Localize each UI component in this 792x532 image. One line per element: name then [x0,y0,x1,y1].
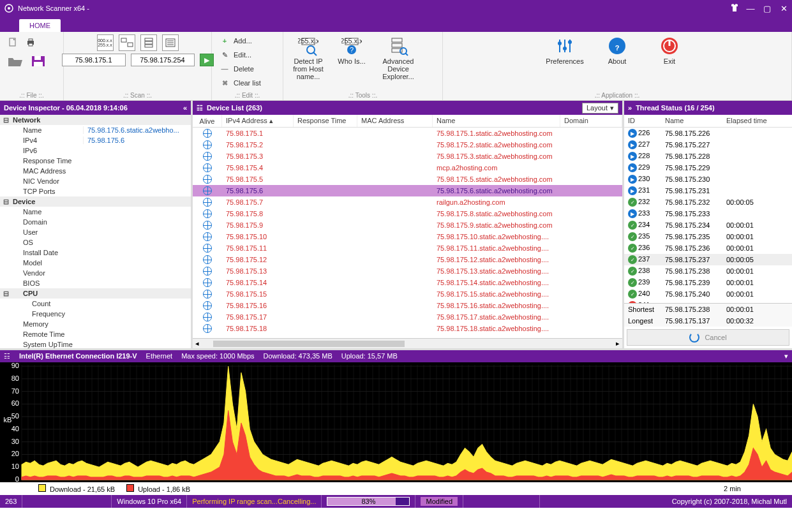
inspector-row[interactable]: Name75.98.175.6.static.a2webho... [0,125,191,135]
ip-to-input[interactable] [131,54,195,66]
whois-button[interactable]: 255.x.x? Who Is... [332,34,371,66]
thread-expand-icon[interactable]: » [628,104,632,112]
device-row[interactable]: 75.98.175.1775.98.175.17.static.a2webhos… [193,311,622,323]
add-button[interactable]: +Add... [217,34,264,47]
inspector-row[interactable]: Remote Time [0,329,191,339]
preferences-button[interactable]: Preferences [545,34,585,66]
device-row[interactable]: 75.98.175.7railgun.a2hosting.com [193,196,622,208]
thread-row[interactable]: ▶22875.98.175.228 [624,151,792,162]
inspector-row[interactable]: Memory [0,319,191,329]
device-row[interactable]: 75.98.175.1175.98.175.11.static.a2webhos… [193,242,622,254]
save-icon[interactable] [31,55,46,69]
inspector-row[interactable]: OS [0,237,191,248]
ts-col-id[interactable]: ID [624,115,661,127]
device-row[interactable]: 75.98.175.875.98.175.8.static.a2webhosti… [193,208,622,219]
thread-row[interactable]: ✓24075.98.175.24000:00:01 [624,288,792,300]
ip-mask-icon[interactable]: 000.x.x255.x.x [97,34,114,51]
ts-col-name[interactable]: Name [661,115,722,127]
device-row[interactable]: 75.98.175.575.98.175.5.static.a2webhosti… [193,174,622,185]
thread-row[interactable]: ▶23075.98.175.230 [624,174,792,185]
device-row[interactable]: 75.98.175.275.98.175.2.static.a2webhosti… [193,139,622,151]
col-ip[interactable]: IPv4 Address ▴ [222,115,294,127]
device-row[interactable]: 75.98.175.375.98.175.3.static.a2webhosti… [193,151,622,162]
inspector-row[interactable]: Frequency [0,309,191,319]
col-mac[interactable]: MAC Address [357,115,433,127]
thread-row[interactable]: ▶23375.98.175.233 [624,208,792,219]
device-row[interactable]: 75.98.175.4mcp.a2hosting.com [193,162,622,174]
tab-home[interactable]: HOME [19,19,61,32]
clear-list-button[interactable]: ✖Clear list [217,77,264,89]
inspector-row[interactable]: MAC Address [0,166,191,176]
device-row[interactable]: 75.98.175.1875.98.175.18.static.a2webhos… [193,323,622,334]
inspector-row[interactable]: Model [0,258,191,268]
device-list-body[interactable]: Alive IPv4 Address ▴ Response Time MAC A… [193,115,622,338]
about-button[interactable]: ? About [597,34,637,66]
new-icon[interactable] [8,37,18,48]
close-button[interactable]: ✕ [779,4,788,13]
advanced-explorer-button[interactable]: Advanced Device Explorer... [375,34,421,82]
detect-ip-button[interactable]: 255.x.x Detect IP from Host name... [288,34,328,82]
inspector-row[interactable]: Count [0,299,191,309]
delete-button[interactable]: —Delete [217,63,264,75]
inspector-group[interactable]: ⊟Network [0,115,191,125]
ip-from-input[interactable] [62,54,126,66]
inspector-row[interactable]: NIC Vendor [0,176,191,186]
col-name[interactable]: Name [433,115,560,127]
shirt-icon[interactable] [729,3,738,15]
device-row[interactable]: 75.98.175.1575.98.175.15.static.a2webhos… [193,288,622,300]
device-row[interactable]: 75.98.175.675.98.175.6.static.a2webhosti… [193,185,622,196]
computers-icon[interactable] [119,34,135,51]
thread-row[interactable]: ▶23175.98.175.231 [624,185,792,196]
thread-status-body[interactable]: ID Name Elapsed time ▶22675.98.175.226▶2… [624,115,792,348]
thread-row[interactable]: ✓23275.98.175.23200:00:05 [624,196,792,208]
hscroll-bar[interactable]: ◂▸ [193,338,622,348]
inspector-row[interactable]: Name [0,207,191,217]
inspector-collapse-button[interactable]: « [183,104,187,112]
device-row[interactable]: 75.98.175.1375.98.175.13.static.a2webhos… [193,265,622,277]
inspector-row[interactable]: IPv6 [0,145,191,156]
device-row[interactable]: 75.98.175.1675.98.175.16.static.a2webhos… [193,300,622,311]
device-row[interactable]: 75.98.175.175.98.175.1.static.a2webhosti… [193,128,622,139]
chart-collapse-icon[interactable]: ▾ [784,352,788,360]
inspector-row[interactable]: User [0,227,191,237]
print-icon[interactable] [26,37,36,48]
thread-row[interactable]: ▶22675.98.175.226 [624,128,792,139]
device-row[interactable]: 75.98.175.975.98.175.9.static.a2webhosti… [193,219,622,231]
open-icon[interactable] [8,55,23,69]
inspector-group[interactable]: ⊟Device [0,196,191,207]
list-icon[interactable] [162,34,179,51]
thread-row[interactable]: ✓23575.98.175.23500:00:01 [624,231,792,242]
col-domain[interactable]: Domain [560,115,622,127]
col-rt[interactable]: Response Time [294,115,357,127]
inspector-row[interactable]: Domain [0,217,191,227]
inspector-row[interactable]: IPv475.98.175.6 [0,135,191,145]
cancel-button[interactable]: Cancel [627,329,789,346]
ribbon: .:: File ::. 000.x.x255.x.x ▶ .:: Scan :… [0,32,792,101]
inspector-row[interactable]: Response Time [0,156,191,166]
thread-row[interactable]: ✓23775.98.175.23700:00:05 [624,254,792,265]
thread-row[interactable]: ✓23975.98.175.23900:00:01 [624,277,792,288]
inspector-body[interactable]: ⊟NetworkName75.98.175.6.static.a2webho..… [0,115,191,348]
inspector-row[interactable]: Vendor [0,268,191,278]
maximize-button[interactable]: ▢ [763,4,772,13]
device-row[interactable]: 75.98.175.1475.98.175.14.static.a2webhos… [193,277,622,288]
thread-row[interactable]: ▶22975.98.175.229 [624,162,792,174]
thread-row[interactable]: ✓23475.98.175.23400:00:01 [624,219,792,231]
device-row[interactable]: 75.98.175.1275.98.175.12.static.a2webhos… [193,254,622,265]
inspector-group[interactable]: ⊟CPU [0,288,191,299]
inspector-row[interactable]: BIOS [0,278,191,288]
ts-col-et[interactable]: Elapsed time [722,115,792,127]
thread-row[interactable]: ✓23675.98.175.23600:00:01 [624,242,792,254]
exit-button[interactable]: Exit [650,34,689,66]
inspector-row[interactable]: TCP Ports [0,186,191,196]
thread-row[interactable]: ▶22775.98.175.227 [624,139,792,151]
server-icon[interactable] [140,34,157,51]
layout-button[interactable]: Layout▾ [582,103,618,114]
minimize-button[interactable]: — [746,4,755,13]
edit-button[interactable]: ✎Edit... [217,48,264,61]
thread-row[interactable]: ✓23875.98.175.23800:00:01 [624,265,792,277]
inspector-row[interactable]: Install Date [0,248,191,258]
col-alive[interactable]: Alive [193,115,222,127]
device-row[interactable]: 75.98.175.1075.98.175.10.static.a2webhos… [193,231,622,242]
inspector-row[interactable]: System UpTime [0,339,191,348]
